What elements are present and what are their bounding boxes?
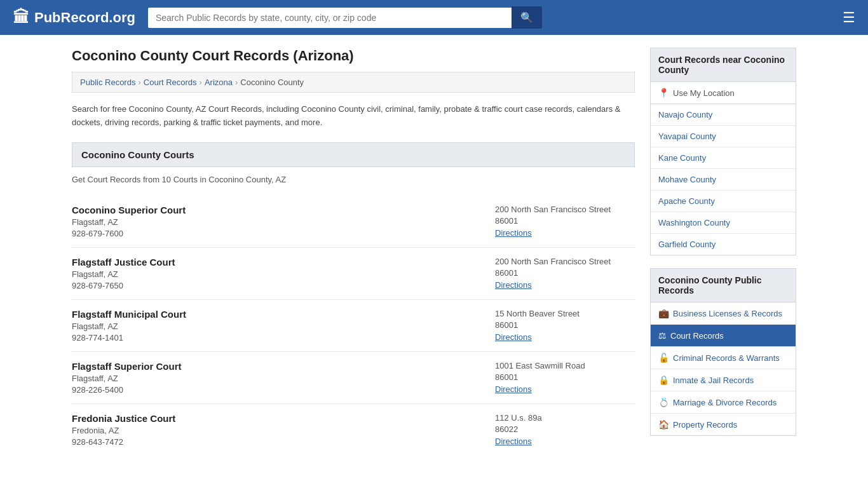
court-zip: 86022: [495, 424, 635, 434]
record-type-label: Court Records: [670, 331, 724, 341]
public-records-link[interactable]: ⚖ Court Records: [651, 325, 796, 346]
nearby-title: Court Records near Coconino County: [650, 48, 796, 82]
nearby-section: Court Records near Coconino County 📍 Use…: [650, 48, 796, 255]
breadcrumb-public-records[interactable]: Public Records: [80, 78, 135, 87]
court-zip: 86001: [495, 372, 635, 382]
record-type-label: Business Licenses & Records: [673, 309, 782, 318]
breadcrumb-sep-1: ›: [138, 78, 140, 87]
nearby-county-link[interactable]: Navajo County: [651, 104, 796, 125]
court-zip: 86001: [495, 320, 635, 330]
public-records-list: 💼 Business Licenses & Records ⚖ Court Re…: [650, 302, 796, 436]
court-left: Coconino Superior Court Flagstaff, AZ 92…: [72, 205, 186, 238]
nearby-county-item: Mohave County: [651, 169, 796, 191]
menu-button[interactable]: ☰: [843, 10, 855, 26]
breadcrumb: Public Records › Court Records › Arizona…: [72, 72, 635, 93]
court-left: Flagstaff Municipal Court Flagstaff, AZ …: [72, 309, 186, 342]
site-logo[interactable]: 🏛 PubRecord.org: [13, 8, 135, 27]
court-entry: Fredonia Justice Court Fredonia, AZ 928-…: [72, 404, 635, 456]
public-records-link[interactable]: 💍 Marriage & Divorce Records: [651, 391, 796, 413]
nearby-county-link[interactable]: Kane County: [651, 147, 796, 168]
public-records-item: 💍 Marriage & Divorce Records: [651, 391, 796, 414]
nearby-county-link[interactable]: Washington County: [651, 212, 796, 233]
court-name: Flagstaff Justice Court: [72, 257, 175, 268]
court-address: 112 U.s. 89a: [495, 413, 635, 423]
logo-icon: 🏛: [13, 8, 29, 27]
court-left: Flagstaff Justice Court Flagstaff, AZ 92…: [72, 257, 175, 290]
search-input[interactable]: [148, 8, 512, 28]
site-header: 🏛 PubRecord.org 🔍 ☰: [0, 0, 868, 35]
page-description: Search for free Coconino County, AZ Cour…: [72, 103, 635, 130]
nearby-county-item: Navajo County: [651, 104, 796, 126]
main-container: Coconino County Court Records (Arizona) …: [59, 35, 809, 468]
court-left: Flagstaff Superior Court Flagstaff, AZ 9…: [72, 361, 182, 395]
location-pin-icon: 📍: [658, 88, 669, 98]
public-records-link[interactable]: 🔒 Inmate & Jail Records: [651, 369, 796, 391]
nearby-counties-list: Navajo CountyYavapai CountyKane CountyMo…: [650, 104, 796, 255]
court-entry: Flagstaff Justice Court Flagstaff, AZ 92…: [72, 248, 635, 300]
use-my-location-link[interactable]: 📍 Use My Location: [651, 82, 796, 104]
court-city: Flagstaff, AZ: [72, 374, 182, 383]
public-records-link[interactable]: 💼 Business Licenses & Records: [651, 302, 796, 324]
breadcrumb-sep-2: ›: [200, 78, 202, 87]
public-records-link[interactable]: 🏠 Property Records: [651, 414, 796, 435]
court-right: 200 North San Francisco Street 86001 Dir…: [495, 257, 635, 290]
use-my-location-label: Use My Location: [673, 88, 735, 98]
court-entry: Flagstaff Superior Court Flagstaff, AZ 9…: [72, 352, 635, 404]
court-phone: 928-643-7472: [72, 437, 175, 447]
record-type-icon: 💼: [658, 308, 669, 318]
nearby-list: 📍 Use My Location: [650, 82, 796, 104]
use-my-location-item: 📍 Use My Location: [651, 82, 796, 104]
public-records-item: 🔓 Criminal Records & Warrants: [651, 347, 796, 369]
content-area: Coconino County Court Records (Arizona) …: [72, 48, 635, 456]
court-phone: 928-774-1401: [72, 333, 186, 342]
search-button[interactable]: 🔍: [512, 6, 542, 29]
directions-link[interactable]: Directions: [495, 228, 532, 238]
court-name: Coconino Superior Court: [72, 205, 186, 215]
public-records-item: 💼 Business Licenses & Records: [651, 302, 796, 325]
court-phone: 928-679-7650: [72, 281, 175, 290]
nearby-county-link[interactable]: Garfield County: [651, 234, 796, 255]
court-right: 15 North Beaver Street 86001 Directions: [495, 309, 635, 342]
record-type-icon: ⚖: [658, 330, 667, 341]
nearby-county-item: Kane County: [651, 147, 796, 169]
hamburger-icon: ☰: [843, 10, 855, 25]
court-zip: 86001: [495, 216, 635, 226]
court-phone: 928-226-5400: [72, 385, 182, 395]
court-left: Fredonia Justice Court Fredonia, AZ 928-…: [72, 413, 175, 447]
breadcrumb-current: Coconino County: [240, 78, 304, 87]
court-right: 1001 East Sawmill Road 86001 Directions: [495, 361, 635, 395]
public-records-item: ⚖ Court Records: [651, 325, 796, 347]
record-type-label: Property Records: [673, 420, 737, 430]
record-type-label: Inmate & Jail Records: [673, 376, 754, 385]
court-name: Flagstaff Municipal Court: [72, 309, 186, 320]
breadcrumb-court-records[interactable]: Court Records: [144, 78, 197, 87]
nearby-county-item: Garfield County: [651, 234, 796, 255]
directions-link[interactable]: Directions: [495, 280, 532, 290]
public-records-link[interactable]: 🔓 Criminal Records & Warrants: [651, 347, 796, 369]
public-records-section: Coconino County Public Records 💼 Busines…: [650, 268, 796, 436]
court-zip: 86001: [495, 268, 635, 278]
directions-link[interactable]: Directions: [495, 332, 532, 342]
nearby-county-link[interactable]: Apache County: [651, 191, 796, 212]
directions-link[interactable]: Directions: [495, 384, 532, 394]
public-records-item: 🔒 Inmate & Jail Records: [651, 369, 796, 391]
search-bar: 🔍: [148, 6, 542, 29]
court-address: 200 North San Francisco Street: [495, 205, 635, 214]
court-address: 1001 East Sawmill Road: [495, 361, 635, 370]
page-title: Coconino County Court Records (Arizona): [72, 48, 635, 64]
courts-section-header: Coconino County Courts: [72, 142, 635, 167]
court-entry: Coconino Superior Court Flagstaff, AZ 92…: [72, 196, 635, 248]
court-address: 15 North Beaver Street: [495, 309, 635, 318]
courts-list: Coconino Superior Court Flagstaff, AZ 92…: [72, 196, 635, 456]
court-right: 200 North San Francisco Street 86001 Dir…: [495, 205, 635, 238]
breadcrumb-sep-3: ›: [235, 78, 238, 87]
court-city: Flagstaff, AZ: [72, 217, 186, 227]
search-icon: 🔍: [520, 12, 533, 23]
court-city: Flagstaff, AZ: [72, 322, 186, 331]
directions-link[interactable]: Directions: [495, 437, 532, 446]
nearby-county-link[interactable]: Mohave County: [651, 169, 796, 190]
court-address: 200 North San Francisco Street: [495, 257, 635, 266]
breadcrumb-arizona[interactable]: Arizona: [205, 78, 233, 87]
record-type-icon: 💍: [658, 397, 669, 407]
nearby-county-link[interactable]: Yavapai County: [651, 126, 796, 147]
